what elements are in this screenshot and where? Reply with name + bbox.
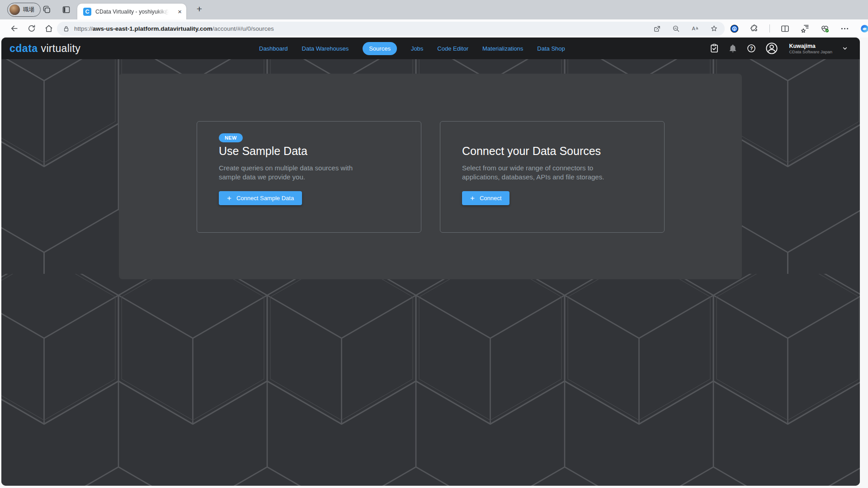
nav-item-dashboard[interactable]: Dashboard xyxy=(259,45,288,52)
read-aloud-icon[interactable]: A xyxy=(691,24,699,33)
more-options-icon[interactable] xyxy=(840,24,849,33)
browser-viewport: cdata virtuality Dashboard Data Warehous… xyxy=(0,38,868,488)
browser-profile-chip[interactable]: 職場 xyxy=(7,3,41,17)
active-tab[interactable]: C CData Virtuality - yoshiyukik@ × xyxy=(77,4,186,19)
user-avatar-icon[interactable] xyxy=(765,42,778,55)
plus-icon: + xyxy=(470,194,475,202)
onepassword-icon[interactable] xyxy=(730,24,739,33)
plus-icon: + xyxy=(227,194,231,202)
cdata-favicon-icon: C xyxy=(83,8,91,16)
user-name: Kuwajima xyxy=(789,43,832,49)
browser-window: 職場 C CData Virtuality - yoshiyukik@ × + xyxy=(0,0,868,488)
tab-close-icon[interactable]: × xyxy=(178,8,182,15)
connect-sources-title: Connect your Data Sources xyxy=(462,144,646,158)
cdata-virtuality-page: cdata virtuality Dashboard Data Warehous… xyxy=(1,38,860,486)
new-tab-button[interactable]: + xyxy=(193,2,206,16)
workspaces-icon[interactable] xyxy=(42,5,52,14)
nav-item-materializations[interactable]: Materializations xyxy=(482,45,523,52)
user-org: CData Software Japan xyxy=(789,49,832,54)
browser-tab-strip: 職場 C CData Virtuality - yoshiyukik@ × + xyxy=(0,0,868,19)
url-scheme: https:// xyxy=(74,25,93,32)
split-screen-icon[interactable] xyxy=(780,24,790,33)
connect-sample-data-label: Connect Sample Data xyxy=(236,195,294,202)
open-in-new-icon[interactable] xyxy=(653,24,661,33)
collections-icon[interactable] xyxy=(800,24,810,33)
app-header: cdata virtuality Dashboard Data Warehous… xyxy=(1,38,860,59)
chevron-down-icon[interactable] xyxy=(841,44,849,52)
copilot-icon[interactable] xyxy=(860,24,868,33)
browser-essentials-icon[interactable] xyxy=(820,24,830,33)
connect-button[interactable]: + Connect xyxy=(462,191,509,205)
toolbar-divider xyxy=(769,24,770,33)
notifications-bell-icon[interactable] xyxy=(728,43,738,53)
address-bar[interactable]: https://aws-us-east-1.platform.datavirtu… xyxy=(57,22,725,36)
nav-item-data-warehouses[interactable]: Data Warehouses xyxy=(302,45,349,52)
logo-brand: cdata xyxy=(9,42,38,55)
url-path: /account/#/u/0/sources xyxy=(212,25,274,32)
logo-product: virtuality xyxy=(41,42,80,55)
read-aloud-letter: A xyxy=(692,26,695,31)
url-text[interactable]: https://aws-us-east-1.platform.datavirtu… xyxy=(74,25,653,32)
nav-item-sources[interactable]: Sources xyxy=(363,42,397,55)
help-icon[interactable]: ? xyxy=(746,43,756,53)
nav-item-code-editor[interactable]: Code Editor xyxy=(437,45,468,52)
tab-title: CData Virtuality - yoshiyukik@ xyxy=(95,9,169,15)
connect-sources-card: Connect your Data Sources Select from ou… xyxy=(440,121,665,233)
tasks-clipboard-icon[interactable] xyxy=(709,43,719,53)
extensions-icon[interactable] xyxy=(750,24,759,33)
nav-item-jobs[interactable]: Jobs xyxy=(411,45,423,52)
tab-actions-icon[interactable] xyxy=(61,5,71,14)
sources-panel: NEW Use Sample Data Create queries on mu… xyxy=(119,74,742,279)
back-icon[interactable] xyxy=(10,24,19,33)
user-menu[interactable]: Kuwajima CData Software Japan xyxy=(789,43,832,54)
cdata-virtuality-logo[interactable]: cdata virtuality xyxy=(9,38,80,59)
app-nav: Dashboard Data Warehouses Sources Jobs C… xyxy=(259,38,565,59)
profile-avatar xyxy=(9,5,20,15)
browser-toolbar: https://aws-us-east-1.platform.datavirtu… xyxy=(0,19,868,38)
help-question-glyph: ? xyxy=(750,46,753,51)
header-right-controls: ? Kuwajima CData Software Japan xyxy=(709,38,849,59)
sample-data-title: Use Sample Data xyxy=(219,144,403,158)
lock-icon[interactable] xyxy=(62,25,70,33)
nav-item-data-shop[interactable]: Data Shop xyxy=(537,45,565,52)
new-badge: NEW xyxy=(219,133,243,142)
refresh-icon[interactable] xyxy=(27,24,36,33)
home-icon[interactable] xyxy=(44,24,53,33)
profile-label: 職場 xyxy=(23,6,34,14)
zoom-out-icon[interactable] xyxy=(672,24,680,33)
favorites-star-icon[interactable] xyxy=(710,24,718,33)
connect-sources-description: Select from our wide range of connectors… xyxy=(462,164,608,182)
page-body: NEW Use Sample Data Create queries on mu… xyxy=(1,59,860,486)
sample-data-description: Create queries on multiple data sources … xyxy=(219,164,357,182)
connect-sample-data-button[interactable]: + Connect Sample Data xyxy=(219,191,302,205)
url-domain: aws-us-east-1.platform.datavirtuality.co… xyxy=(93,25,212,32)
connect-label: Connect xyxy=(480,195,501,202)
sample-data-card: NEW Use Sample Data Create queries on mu… xyxy=(197,121,421,233)
